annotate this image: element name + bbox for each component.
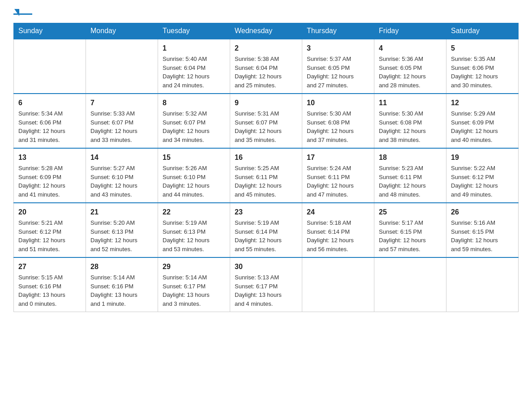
day-info-line: Sunrise: 5:38 AM — [235, 55, 297, 64]
day-info-line: Daylight: 12 hours — [451, 236, 514, 245]
calendar-cell: 26Sunrise: 5:16 AMSunset: 6:15 PMDayligh… — [446, 203, 519, 257]
calendar-cell: 15Sunrise: 5:26 AMSunset: 6:10 PMDayligh… — [158, 148, 230, 203]
day-info-line: and 27 minutes. — [307, 81, 369, 90]
day-info-line: Daylight: 12 hours — [451, 127, 514, 136]
calendar-cell: 14Sunrise: 5:27 AMSunset: 6:10 PMDayligh… — [86, 148, 158, 203]
day-info-line: Sunrise: 5:33 AM — [90, 109, 153, 118]
header-thursday: Thursday — [302, 23, 374, 39]
calendar-table: SundayMondayTuesdayWednesdayThursdayFrid… — [13, 23, 519, 312]
day-info-line: Sunset: 6:13 PM — [163, 227, 225, 236]
day-info-line: Sunrise: 5:20 AM — [90, 218, 153, 227]
week-row-5: 27Sunrise: 5:15 AMSunset: 6:16 PMDayligh… — [14, 257, 519, 312]
day-info-line: and 40 minutes. — [451, 136, 514, 145]
header-tuesday: Tuesday — [158, 23, 230, 39]
day-info-line: Sunset: 6:11 PM — [307, 173, 369, 182]
day-info-line: Sunrise: 5:30 AM — [307, 109, 369, 118]
day-info-line: Sunrise: 5:14 AM — [90, 273, 153, 282]
calendar-cell: 1Sunrise: 5:40 AMSunset: 6:04 PMDaylight… — [158, 39, 230, 94]
day-info-line: Sunrise: 5:25 AM — [235, 164, 297, 173]
day-number: 8 — [163, 98, 225, 108]
day-number: 26 — [451, 207, 514, 218]
calendar-cell: 7Sunrise: 5:33 AMSunset: 6:07 PMDaylight… — [86, 94, 158, 148]
day-number: 28 — [90, 261, 153, 272]
day-info-line: Daylight: 12 hours — [18, 127, 81, 136]
day-info-line: Sunrise: 5:26 AM — [163, 164, 225, 173]
day-info-line: Daylight: 12 hours — [379, 181, 442, 190]
day-number: 13 — [18, 152, 81, 163]
day-number: 12 — [451, 98, 514, 108]
day-info-line: Daylight: 12 hours — [163, 236, 225, 245]
day-info-line: and 37 minutes. — [307, 136, 369, 145]
week-row-1: 1Sunrise: 5:40 AMSunset: 6:04 PMDaylight… — [14, 39, 519, 94]
day-info-line: Daylight: 12 hours — [90, 127, 153, 136]
day-number: 14 — [90, 152, 153, 163]
day-info-line: Sunrise: 5:16 AM — [451, 218, 514, 227]
calendar-cell — [302, 257, 374, 312]
calendar-cell: 27Sunrise: 5:15 AMSunset: 6:16 PMDayligh… — [14, 257, 86, 312]
day-info-line: Sunrise: 5:37 AM — [307, 55, 369, 64]
day-info-line: Sunset: 6:04 PM — [163, 64, 225, 73]
day-info-line: Sunset: 6:11 PM — [235, 173, 297, 182]
calendar-cell: 20Sunrise: 5:21 AMSunset: 6:12 PMDayligh… — [14, 203, 86, 257]
day-info-line: Sunset: 6:05 PM — [379, 64, 442, 73]
day-info-line: Sunrise: 5:21 AM — [18, 218, 81, 227]
day-info-line: Daylight: 13 hours — [163, 291, 225, 300]
day-info-line: Daylight: 12 hours — [18, 236, 81, 245]
day-info-line: Sunset: 6:15 PM — [451, 227, 514, 236]
day-info-line: Sunrise: 5:27 AM — [90, 164, 153, 173]
day-info-line: Daylight: 12 hours — [379, 127, 442, 136]
header-monday: Monday — [86, 23, 158, 39]
day-number: 3 — [307, 43, 369, 54]
day-info-line: Sunset: 6:09 PM — [18, 173, 81, 182]
day-number: 1 — [163, 43, 225, 54]
day-info-line: and 48 minutes. — [379, 190, 442, 199]
week-row-2: 6Sunrise: 5:34 AMSunset: 6:06 PMDaylight… — [14, 94, 519, 148]
day-number: 10 — [307, 98, 369, 108]
day-number: 18 — [379, 152, 442, 163]
day-info-line: Sunset: 6:07 PM — [90, 118, 153, 127]
day-info-line: Sunrise: 5:36 AM — [379, 55, 442, 64]
calendar-cell: 21Sunrise: 5:20 AMSunset: 6:13 PMDayligh… — [86, 203, 158, 257]
calendar-cell: 18Sunrise: 5:23 AMSunset: 6:11 PMDayligh… — [374, 148, 446, 203]
day-info-line: and 25 minutes. — [235, 81, 297, 90]
day-number: 27 — [18, 261, 81, 272]
day-info-line: Daylight: 12 hours — [307, 181, 369, 190]
day-info-line: Sunset: 6:06 PM — [451, 64, 514, 73]
day-info-line: Daylight: 12 hours — [307, 127, 369, 136]
day-info-line: Daylight: 12 hours — [451, 181, 514, 190]
day-number: 5 — [451, 43, 514, 54]
day-info-line: Sunset: 6:07 PM — [235, 118, 297, 127]
day-number: 2 — [235, 43, 297, 54]
calendar-cell — [446, 257, 519, 312]
day-info-line: and 49 minutes. — [451, 190, 514, 199]
day-info-line: Daylight: 12 hours — [90, 236, 153, 245]
day-info-line: Sunrise: 5:13 AM — [235, 273, 297, 282]
logo — [13, 9, 33, 15]
calendar-cell: 10Sunrise: 5:30 AMSunset: 6:08 PMDayligh… — [302, 94, 374, 148]
day-info-line: and 44 minutes. — [163, 190, 225, 199]
day-info-line: and 33 minutes. — [90, 136, 153, 145]
day-info-line: Sunrise: 5:29 AM — [451, 109, 514, 118]
day-info-line: Sunrise: 5:30 AM — [379, 109, 442, 118]
calendar-cell: 29Sunrise: 5:14 AMSunset: 6:17 PMDayligh… — [158, 257, 230, 312]
day-info-line: Daylight: 12 hours — [235, 181, 297, 190]
day-info-line: Daylight: 12 hours — [235, 236, 297, 245]
day-info-line: Sunset: 6:10 PM — [90, 173, 153, 182]
day-number: 11 — [379, 98, 442, 108]
day-info-line: and 56 minutes. — [307, 245, 369, 254]
day-info-line: and 35 minutes. — [235, 136, 297, 145]
day-info-line: Daylight: 12 hours — [379, 236, 442, 245]
day-number: 29 — [163, 261, 225, 272]
calendar-cell: 3Sunrise: 5:37 AMSunset: 6:05 PMDaylight… — [302, 39, 374, 94]
day-info-line: and 1 minute. — [90, 300, 153, 308]
calendar-cell: 30Sunrise: 5:13 AMSunset: 6:17 PMDayligh… — [230, 257, 302, 312]
day-info-line: Sunset: 6:07 PM — [163, 118, 225, 127]
day-info-line: and 4 minutes. — [235, 300, 297, 308]
day-number: 25 — [379, 207, 442, 218]
day-info-line: Sunrise: 5:24 AM — [307, 164, 369, 173]
page-header — [13, 9, 519, 15]
calendar-cell: 11Sunrise: 5:30 AMSunset: 6:08 PMDayligh… — [374, 94, 446, 148]
day-info-line: Daylight: 12 hours — [163, 127, 225, 136]
calendar-cell: 16Sunrise: 5:25 AMSunset: 6:11 PMDayligh… — [230, 148, 302, 203]
day-info-line: Sunset: 6:17 PM — [163, 282, 225, 291]
